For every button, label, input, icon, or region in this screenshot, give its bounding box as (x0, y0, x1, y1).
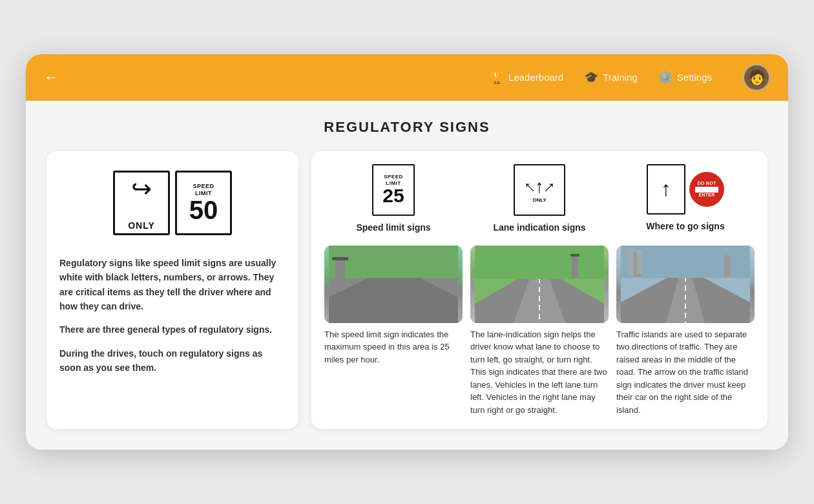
svg-rect-12 (475, 246, 604, 279)
svg-rect-13 (572, 255, 578, 278)
nav-label-leaderboard: Leaderboard (508, 72, 563, 83)
left-description: Regulatory signs like speed limit signs … (59, 256, 286, 375)
nav-label-training: Training (603, 72, 638, 83)
photo-caption-1: The speed limit sign indicates the maxim… (324, 328, 463, 366)
category-speed-limit[interactable]: SPEEDLIMIT 25 Speed limit signs (324, 164, 463, 233)
svg-rect-21 (724, 255, 731, 277)
do-not-enter-text: DO NOT (697, 181, 716, 186)
photo-caption-2: The lane-indication sign helps the drive… (470, 328, 609, 417)
lane-indication-sign: ↑ ↑ ↑ ONLY (514, 164, 565, 216)
right-card: SPEEDLIMIT 25 Speed limit signs ↑ (311, 151, 767, 430)
where-arrow-icon: ↑ (661, 177, 671, 201)
content-grid: ↩ ONLY SPEEDLIMIT 50 Regulatory signs li… (47, 151, 767, 430)
avatar-icon: 🧑 (748, 69, 766, 86)
svg-rect-23 (637, 251, 642, 274)
speed-sign-images: SPEEDLIMIT 25 (372, 164, 415, 216)
where-sign-images: ↑ DO NOT ENTER (647, 164, 724, 215)
svg-rect-5 (329, 246, 458, 278)
photo-item-3: Traffic islands are used to separate two… (616, 246, 755, 417)
enter-text: ENTER (698, 193, 715, 198)
photo-box-2 (470, 246, 609, 323)
where-to-go-sign: ↑ (647, 164, 685, 215)
user-avatar[interactable]: 🧑 (743, 64, 770, 91)
nav-label-settings: Settings (677, 72, 712, 83)
graduation-icon: 🎓 (584, 70, 598, 85)
photo-box-3 (616, 246, 755, 323)
svg-rect-7 (332, 257, 348, 260)
lane-arrows: ↑ ↑ ↑ (525, 176, 554, 197)
back-icon: ← (44, 69, 58, 86)
svg-rect-22 (627, 249, 634, 275)
gear-icon: ⚙️ (658, 70, 673, 85)
lane-sign-images: ↑ ↑ ↑ ONLY (514, 164, 565, 216)
lane-only-text: ONLY (532, 197, 547, 203)
photo-grid: The speed limit sign indicates the maxim… (324, 246, 755, 417)
photo-item-2: The lane-indication sign helps the drive… (470, 246, 609, 417)
road-scene-1 (324, 246, 463, 323)
nav-item-training[interactable]: 🎓 Training (584, 70, 638, 85)
nav-item-settings[interactable]: ⚙️ Settings (658, 70, 712, 85)
nav-item-leaderboard[interactable]: 🏆 Leaderboard (490, 70, 563, 85)
page-title: REGULATORY SIGNS (47, 119, 767, 136)
svg-rect-14 (570, 254, 579, 257)
where-to-go-label: Where to go signs (646, 221, 724, 231)
lane-indication-label: Lane indication signs (493, 222, 585, 233)
header-nav: 🏆 Leaderboard 🎓 Training ⚙️ Settings 🧑 (490, 64, 770, 91)
photo-item-1: The speed limit sign indicates the maxim… (324, 246, 463, 417)
road-scene-2 (470, 246, 609, 323)
category-where-to-go[interactable]: ↑ DO NOT ENTER Where to go signs (616, 164, 755, 233)
photo-box-1 (324, 246, 463, 323)
do-not-enter-sign: DO NOT ENTER (689, 172, 724, 207)
svg-rect-6 (335, 258, 345, 278)
left-para-3: During the drives, touch on regulatory s… (59, 346, 286, 375)
left-card: ↩ ONLY SPEEDLIMIT 50 Regulatory signs li… (47, 151, 298, 430)
trophy-icon: 🏆 (490, 70, 504, 85)
speed-top-label: SPEEDLIMIT (193, 183, 214, 197)
device-shell: ← 🏆 Leaderboard 🎓 Training ⚙️ Settings 🧑… (26, 54, 788, 450)
speed-limit-label: Speed limit signs (356, 222, 430, 233)
header: ← 🏆 Leaderboard 🎓 Training ⚙️ Settings 🧑 (26, 54, 788, 101)
speed-limit-50-sign: SPEEDLIMIT 50 (175, 171, 232, 235)
photo-caption-3: Traffic islands are used to separate two… (616, 328, 755, 417)
turn-arrow-icon: ↩ (131, 176, 152, 201)
speed-number: 50 (189, 197, 218, 223)
left-para-1: Regulatory signs like speed limit signs … (59, 256, 286, 314)
speed-25-sign: SPEEDLIMIT 25 (372, 164, 415, 216)
signs-preview: ↩ ONLY SPEEDLIMIT 50 (59, 164, 286, 242)
road-scene-3 (616, 246, 755, 323)
left-para-2: There are three general types of regulat… (59, 322, 286, 337)
sign-categories: SPEEDLIMIT 25 Speed limit signs ↑ (324, 164, 755, 233)
do-not-enter-bar (695, 187, 718, 193)
only-label: ONLY (128, 220, 155, 231)
turn-only-sign: ↩ ONLY (113, 171, 170, 235)
back-button[interactable]: ← (44, 69, 58, 86)
category-lane-indication[interactable]: ↑ ↑ ↑ ONLY Lane indication signs (470, 164, 609, 233)
main-content: REGULATORY SIGNS ↩ ONLY SPEEDLIMIT 50 (26, 101, 788, 450)
